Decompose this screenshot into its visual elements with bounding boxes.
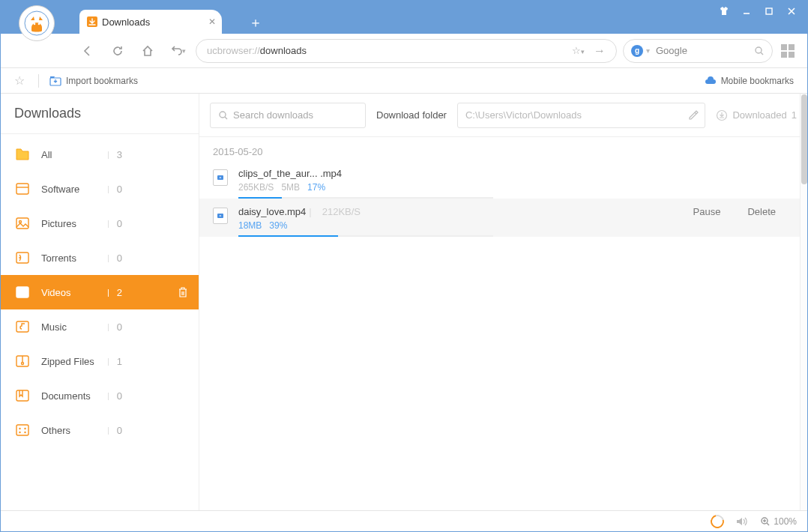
titlebar: Downloads ✕ ＋ (1, 1, 807, 34)
category-zipped-files[interactable]: Zipped Files|1 (1, 344, 199, 378)
svg-point-21 (24, 428, 25, 429)
download-item[interactable]: clips_of_the_aur... .mp4265KB/S5MB17% (199, 160, 807, 199)
category-videos[interactable]: Videos|2 (1, 275, 199, 309)
svg-point-20 (19, 428, 20, 429)
cloud-icon (705, 75, 717, 87)
bookmark-star-icon[interactable]: ☆▾ (572, 45, 585, 56)
search-downloads-input[interactable]: Search downloads (210, 103, 366, 128)
category-torrents[interactable]: Torrents|0 (1, 241, 199, 275)
chevron-down-icon[interactable]: ▾ (646, 46, 650, 55)
pause-button[interactable]: Pause (693, 206, 721, 217)
svg-point-24 (220, 112, 226, 118)
downloads-heading: Downloads (1, 94, 199, 134)
content-area: Downloads All|3Software|0Pictures|0Torre… (1, 94, 807, 510)
category-name: Torrents (41, 253, 107, 264)
main-panel: Search downloads Download folder C:\User… (199, 94, 807, 510)
search-icon[interactable] (754, 46, 765, 56)
torrents-icon (14, 250, 31, 266)
address-bar[interactable]: ucbrowser://downloads ☆▾ → (196, 39, 617, 63)
reload-button[interactable] (106, 39, 130, 63)
video-file-icon (213, 169, 228, 186)
separator: | (107, 357, 109, 366)
category-name: All (41, 149, 107, 160)
category-pictures[interactable]: Pictures|0 (1, 206, 199, 241)
category-others[interactable]: Others|0 (1, 413, 199, 447)
category-count: 0 (117, 184, 122, 195)
volume-icon[interactable] (736, 516, 748, 527)
category-all[interactable]: All|3 (1, 137, 199, 172)
category-count: 3 (117, 149, 122, 160)
trash-icon[interactable] (178, 286, 188, 298)
folder-path-text: C:\Users\Victor\Downloads (465, 109, 582, 121)
nav-toolbar: ▾ ucbrowser://downloads ☆▾ → g ▾ Google (1, 34, 807, 68)
downloaded-number: 1 (792, 109, 797, 121)
tshirt-icon[interactable] (714, 4, 734, 19)
main-header: Search downloads Download folder C:\User… (199, 94, 807, 137)
import-bookmarks-label: Import bookmarks (66, 76, 138, 86)
separator: | (107, 219, 109, 228)
search-engine-name: Google (656, 45, 687, 56)
category-software[interactable]: Software|0 (1, 172, 199, 206)
maximize-button[interactable] (759, 4, 779, 19)
svg-line-25 (225, 117, 227, 119)
videos-icon (14, 284, 31, 300)
download-item[interactable]: daisy_love.mp4|212KB/S18MB39%PauseDelete (199, 199, 807, 237)
browser-tab[interactable]: Downloads ✕ (79, 10, 222, 34)
activity-indicator-icon[interactable] (708, 512, 727, 531)
download-list: 2015-05-20 clips_of_the_aur... .mp4265KB… (199, 137, 807, 510)
video-file-icon (213, 208, 228, 224)
mobile-bookmarks-button[interactable]: Mobile bookmarks (705, 75, 794, 87)
undo-close-button[interactable]: ▾ (166, 39, 190, 63)
sidebar: Downloads All|3Software|0Pictures|0Torre… (1, 94, 199, 510)
status-bar: 100% (1, 510, 807, 531)
search-engine-box[interactable]: g ▾ Google (623, 39, 773, 63)
extensions-grid-icon[interactable] (779, 42, 797, 60)
separator (38, 74, 39, 88)
downloaded-count[interactable]: Downloaded 1 (716, 109, 797, 121)
home-button[interactable] (136, 39, 160, 63)
vertical-scrollbar[interactable] (800, 94, 807, 512)
tab-close-icon[interactable]: ✕ (208, 16, 216, 27)
category-count: 0 (117, 253, 122, 264)
category-name: Zipped Files (41, 356, 107, 367)
downloaded-label: Downloaded (732, 109, 786, 121)
zoom-control[interactable]: 100% (760, 516, 797, 527)
edit-folder-icon[interactable] (688, 110, 699, 121)
new-tab-button[interactable]: ＋ (244, 11, 267, 34)
category-documents[interactable]: Documents|0 (1, 378, 199, 413)
category-name: Others (41, 425, 107, 436)
separator: | (107, 322, 109, 331)
downloaded-icon (716, 109, 728, 121)
minimize-button[interactable] (737, 4, 756, 19)
download-folder-path[interactable]: C:\Users\Victor\Downloads (457, 103, 706, 128)
svg-point-5 (756, 47, 762, 53)
go-arrow-icon[interactable]: → (594, 44, 606, 58)
file-name: clips_of_the_aur... .mp4 (238, 168, 342, 179)
category-name: Documents (41, 390, 107, 402)
others-icon (14, 422, 31, 438)
category-count: 0 (117, 321, 122, 333)
back-button[interactable] (76, 39, 100, 63)
category-count: 0 (117, 390, 122, 402)
software-icon (14, 181, 31, 197)
date-header: 2015-05-20 (199, 137, 807, 160)
svg-rect-4 (766, 8, 772, 14)
import-bookmarks-button[interactable]: Import bookmarks (49, 76, 138, 86)
documents-icon (14, 387, 31, 404)
delete-button[interactable]: Delete (747, 206, 776, 217)
file-speed: 212KB/S (322, 206, 361, 217)
app-logo-icon[interactable] (19, 5, 55, 41)
close-button[interactable] (782, 4, 801, 19)
file-name: daisy_love.mp4 (238, 206, 306, 217)
scrollbar-thumb[interactable] (801, 94, 807, 184)
svg-point-1 (34, 23, 36, 25)
category-music[interactable]: Music|0 (1, 309, 199, 344)
category-list: All|3Software|0Pictures|0Torrents|0Video… (1, 134, 199, 450)
category-count: 2 (117, 287, 122, 298)
bookmark-page-icon[interactable]: ☆ (14, 73, 25, 88)
file-size: 18MB (238, 220, 262, 231)
url-path: downloads (260, 45, 307, 56)
category-count: 0 (117, 425, 122, 436)
svg-rect-19 (16, 425, 28, 435)
tab-title: Downloads (102, 16, 150, 28)
